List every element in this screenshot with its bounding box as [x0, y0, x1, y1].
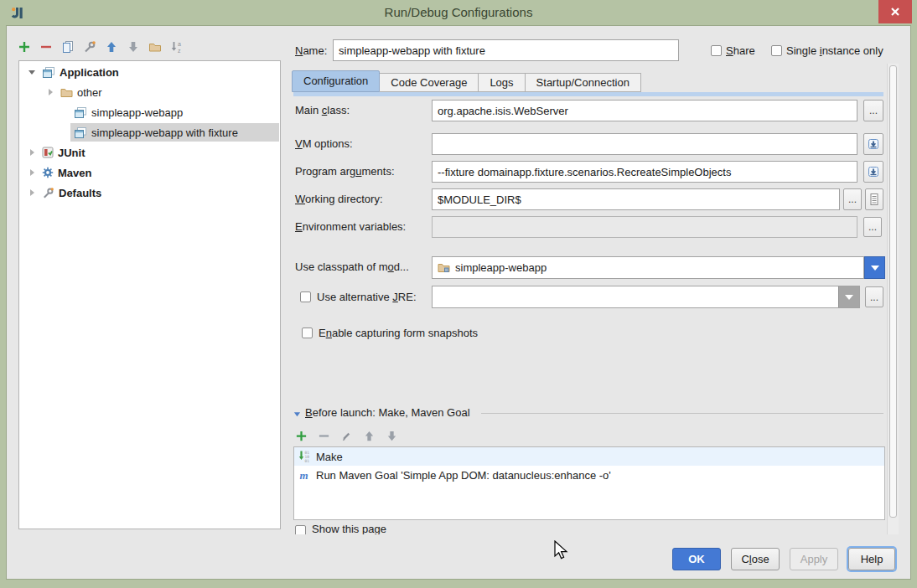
tab-code-coverage[interactable]: Code Coverage [380, 73, 479, 92]
tab-configuration[interactable]: Configuration [292, 70, 380, 92]
tree-item-defaults[interactable]: Defaults [20, 183, 279, 203]
main-class-input[interactable] [432, 100, 857, 121]
before-launch-item-maven-goal[interactable]: m Run Maven Goal 'Simple App DOM: datanu… [294, 466, 884, 484]
use-classpath-dropdown-button[interactable] [864, 256, 885, 279]
show-this-page-label: Show this page [312, 524, 386, 534]
scrollbar-thumb[interactable] [889, 65, 897, 518]
before-launch-remove-button[interactable] [314, 426, 333, 445]
move-up-icon [105, 40, 118, 54]
tree-item-label: Application [60, 66, 119, 79]
tree-item-maven[interactable]: Maven [20, 162, 279, 183]
program-arguments-expand-button[interactable] [863, 161, 883, 183]
expand-editor-icon [867, 137, 880, 151]
before-launch-edit-button[interactable] [337, 426, 355, 445]
show-this-page-checkbox[interactable] [295, 525, 306, 534]
sort-alphabetically-icon: az [170, 40, 184, 54]
edit-defaults-button[interactable] [79, 37, 100, 57]
maven-icon [42, 167, 54, 178]
program-arguments-label: Program arguments: [295, 161, 395, 183]
maven-goal-icon: m [298, 468, 312, 482]
use-alternative-jre-checkbox[interactable] [300, 291, 311, 302]
remove-icon [39, 40, 53, 54]
tree-item-simpleapp-webapp-with-fixture[interactable]: simpleapp-webapp with fixture [20, 122, 279, 142]
expander-expanded-icon[interactable] [27, 68, 37, 76]
close-dialog-button[interactable]: Close [731, 548, 780, 570]
tree-item-label: Maven [58, 167, 91, 179]
copy-configuration-button[interactable] [57, 37, 78, 57]
share-label: Share [726, 40, 755, 62]
alternative-jre-browse-button[interactable]: ... [865, 286, 883, 307]
tree-item-other[interactable]: other [20, 82, 279, 102]
name-label: Name: [295, 40, 327, 62]
svg-text:a: a [178, 41, 181, 47]
tab-startup-connection[interactable]: Startup/Connection [526, 73, 641, 92]
window-title: Run/Debug Configurations [0, 0, 917, 25]
move-down-icon [127, 40, 140, 54]
enable-capturing-checkbox[interactable] [302, 328, 313, 338]
before-launch-list: 011001 Make m Run Maven Goal 'Simple App… [293, 446, 885, 520]
main-class-browse-button[interactable]: ... [863, 100, 883, 121]
environment-variables-browse-button[interactable]: ... [863, 217, 882, 237]
tree-item-junit[interactable]: JUnit [20, 142, 279, 162]
program-arguments-input[interactable] [432, 161, 857, 183]
copy-icon [61, 40, 75, 54]
remove-icon [318, 430, 330, 442]
single-instance-label: Single instance only [786, 40, 883, 62]
alternative-jre-dropdown-button[interactable] [838, 286, 859, 307]
move-down-icon [386, 430, 398, 442]
vm-options-expand-button[interactable] [863, 133, 883, 155]
alternative-jre-combobox[interactable] [432, 286, 860, 308]
settings-tabs: Configuration Code Coverage Logs Startup… [292, 70, 641, 92]
environment-variables-input[interactable] [432, 216, 857, 238]
before-launch-add-button[interactable] [292, 426, 310, 445]
apply-button[interactable]: Apply [790, 548, 838, 570]
configurations-toolbar: az [13, 37, 187, 57]
tree-item-simpleapp-webapp[interactable]: simpleapp-webapp [20, 102, 279, 122]
before-launch-item-make[interactable]: 011001 Make [294, 447, 884, 466]
ok-button[interactable]: OK [672, 548, 721, 570]
new-folder-icon [148, 40, 162, 54]
title-bar[interactable]: Run/Debug Configurations [0, 0, 917, 25]
vm-options-input[interactable] [432, 133, 857, 155]
name-input[interactable] [333, 39, 679, 61]
move-down-button[interactable] [122, 37, 143, 57]
remove-configuration-button[interactable] [35, 37, 56, 57]
help-button[interactable]: Help [848, 548, 895, 570]
expander-collapsed-icon[interactable] [27, 168, 37, 177]
working-directory-input[interactable] [432, 188, 840, 210]
tree-item-application[interactable]: Application [20, 62, 279, 82]
close-button[interactable] [878, 0, 912, 23]
working-directory-macros-button[interactable] [865, 188, 883, 210]
working-directory-label: Working directory: [295, 188, 383, 210]
before-launch-move-down-button[interactable] [382, 426, 401, 445]
edit-icon [340, 430, 353, 442]
settings-icon [83, 40, 96, 54]
add-configuration-button[interactable] [13, 37, 34, 57]
vertical-scrollbar[interactable] [887, 64, 899, 534]
sort-configurations-button[interactable]: az [166, 37, 187, 57]
before-launch-expander-icon[interactable] [293, 410, 301, 418]
run-debug-configurations-dialog: Run/Debug Configurations az Application … [0, 0, 917, 588]
make-icon: 011001 [298, 450, 312, 463]
close-icon [888, 4, 903, 19]
defaults-icon [42, 187, 54, 199]
tab-panel-top-strip [293, 92, 883, 96]
document-list-icon [868, 193, 880, 206]
create-folder-button[interactable] [144, 37, 165, 57]
before-launch-move-up-button[interactable] [360, 426, 378, 445]
tab-logs[interactable]: Logs [479, 73, 525, 92]
expander-collapsed-icon[interactable] [45, 88, 55, 96]
application-icon [42, 66, 55, 79]
tree-item-label: other [77, 86, 102, 99]
before-launch-toolbar [292, 426, 401, 445]
before-launch-item-label: Run Maven Goal 'Simple App DOM: datanucl… [316, 469, 611, 482]
expander-collapsed-icon[interactable] [27, 148, 37, 157]
use-classpath-combobox[interactable]: simpleapp-webapp [432, 256, 864, 279]
move-up-button[interactable] [101, 37, 122, 57]
expander-collapsed-icon[interactable] [27, 188, 37, 197]
share-checkbox[interactable] [711, 45, 722, 56]
expand-editor-icon [867, 165, 880, 178]
tree-item-label: JUnit [58, 147, 85, 159]
single-instance-checkbox[interactable] [771, 45, 782, 56]
working-directory-browse-button[interactable]: ... [843, 188, 862, 210]
